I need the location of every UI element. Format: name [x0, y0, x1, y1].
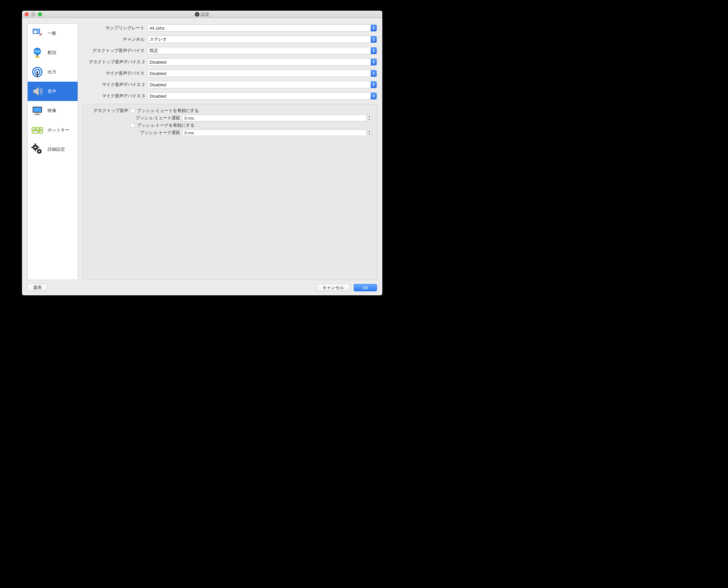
select-channels[interactable]: ステレオ — [147, 36, 377, 43]
select-mic-audio[interactable]: Disabled — [147, 70, 377, 77]
select-desktop-audio-2[interactable]: Disabled — [147, 58, 377, 66]
chevron-updown-icon — [371, 59, 377, 65]
window-controls — [22, 12, 42, 16]
group-desktop-audio: デスクトップ音声 プッシュ-ミュートを有効にする プッシュ-ミュート遅延 0 m… — [83, 104, 377, 280]
sidebar-item-label: 映像 — [48, 108, 56, 114]
label-desktop-audio-2: デスクトップ音声デバイス 2 — [83, 59, 145, 65]
chevron-updown-icon — [371, 93, 377, 99]
settings-sidebar: 一般 配信 — [27, 23, 78, 280]
spin-value: 0 ms — [184, 115, 194, 121]
svg-point-22 — [39, 151, 40, 152]
close-icon[interactable] — [25, 12, 29, 16]
label-push-talk: プッシュ-トークを有効にする — [137, 122, 195, 128]
sidebar-item-output[interactable]: 出力 — [28, 62, 78, 82]
sidebar-item-label: 配信 — [48, 50, 56, 56]
svg-rect-18 — [39, 131, 43, 133]
chevron-updown-icon — [371, 81, 377, 88]
chevron-updown-icon — [371, 36, 377, 43]
row-desktop-audio: デスクトップ音声デバイス 既定 — [83, 46, 377, 55]
dialog-body: 一般 配信 — [22, 18, 382, 280]
sidebar-item-label: ホットキー — [48, 127, 69, 133]
select-sample-rate[interactable]: 44.1khz — [147, 24, 377, 31]
sidebar-item-audio[interactable]: 音声 — [28, 82, 78, 101]
svg-rect-15 — [36, 127, 39, 130]
checkbox-push-talk[interactable] — [130, 123, 135, 128]
label-push-mute-delay: プッシュ-ミュート遅延 — [86, 115, 180, 121]
settings-content: サンプリングレート 44.1khz チャンネル ステレオ デスクトップ音声デバイ… — [83, 23, 377, 280]
svg-rect-13 — [34, 114, 41, 115]
select-desktop-audio[interactable]: 既定 — [147, 47, 377, 54]
label-desktop-audio: デスクトップ音声デバイス — [83, 48, 145, 54]
select-value: Disabled — [150, 82, 167, 87]
group-title: デスクトップ音声 — [86, 108, 128, 114]
select-value: ステレオ — [150, 36, 167, 42]
keyboard-icon — [30, 123, 44, 137]
sidebar-item-label: 音声 — [48, 88, 56, 94]
row-mic-audio: マイク音声デバイス Disabled — [83, 69, 377, 78]
select-mic-audio-3[interactable]: Disabled — [147, 92, 377, 100]
window-title: 設定 — [22, 11, 382, 17]
label-mic-audio-3: マイク音声デバイス 3 — [83, 93, 145, 99]
svg-rect-11 — [33, 107, 41, 112]
row-push-mute-delay: プッシュ-ミュート遅延 0 ms — [86, 114, 374, 122]
speaker-icon — [30, 84, 44, 98]
select-value: 既定 — [150, 48, 158, 54]
button-label: キャンセル — [323, 285, 344, 291]
window-title-text: 設定 — [201, 11, 209, 17]
svg-rect-12 — [35, 113, 39, 114]
select-mic-audio-2[interactable]: Disabled — [147, 81, 377, 88]
row-desktop-audio-2: デスクトップ音声デバイス 2 Disabled — [83, 57, 377, 67]
select-value: Disabled — [150, 94, 167, 99]
label-mic-audio-2: マイク音声デバイス 2 — [83, 82, 145, 88]
sidebar-item-general[interactable]: 一般 — [28, 24, 78, 43]
label-channels: チャンネル — [83, 36, 145, 42]
dialog-footer: 適用 キャンセル OK — [22, 280, 382, 295]
svg-rect-5 — [37, 55, 38, 57]
label-sample-rate: サンプリングレート — [83, 25, 145, 31]
minimize-icon[interactable] — [31, 12, 35, 16]
select-value: 44.1khz — [150, 26, 165, 31]
sidebar-item-video[interactable]: 映像 — [28, 101, 78, 120]
sidebar-item-label: 出力 — [48, 69, 56, 75]
checkbox-push-mute[interactable] — [130, 108, 135, 113]
antenna-icon — [30, 65, 44, 79]
spin-value: 0 ms — [184, 130, 194, 135]
stepper-icon[interactable] — [367, 129, 372, 136]
row-sample-rate: サンプリングレート 44.1khz — [83, 23, 377, 33]
apply-button[interactable]: 適用 — [27, 284, 47, 291]
chevron-updown-icon — [371, 47, 377, 54]
row-mic-audio-3: マイク音声デバイス 3 Disabled — [83, 91, 377, 101]
label-push-talk-delay: プッシュ-トーク遅延 — [86, 130, 180, 136]
svg-rect-6 — [35, 57, 40, 58]
sidebar-item-label: 詳細設定 — [48, 146, 65, 152]
sidebar-item-hotkeys[interactable]: ホットキー — [28, 120, 78, 140]
row-push-mute-enable: デスクトップ音声 プッシュ-ミュートを有効にする — [86, 107, 374, 114]
globe-icon — [30, 46, 44, 60]
label-mic-audio: マイク音声デバイス — [83, 70, 145, 76]
spin-push-mute-delay[interactable]: 0 ms — [182, 115, 367, 121]
row-push-talk-enable: プッシュ-トークを有効にする — [86, 122, 374, 129]
row-push-talk-delay: プッシュ-トーク遅延 0 ms — [86, 129, 374, 136]
app-icon — [195, 12, 199, 17]
footer-right: キャンセル OK — [317, 284, 377, 291]
select-value: Disabled — [150, 60, 167, 65]
monitor-icon — [30, 104, 44, 118]
ok-button[interactable]: OK — [354, 284, 377, 291]
chevron-updown-icon — [371, 25, 377, 31]
cancel-button[interactable]: キャンセル — [317, 284, 350, 291]
stepper-icon[interactable] — [367, 115, 372, 121]
row-channels: チャンネル ステレオ — [83, 35, 377, 44]
label-push-mute: プッシュ-ミュートを有効にする — [137, 108, 199, 114]
chevron-updown-icon — [371, 70, 377, 77]
wrench-icon — [30, 26, 44, 40]
svg-rect-14 — [32, 127, 35, 130]
svg-rect-17 — [32, 131, 39, 133]
sidebar-item-advanced[interactable]: 詳細設定 — [28, 140, 78, 159]
zoom-icon[interactable] — [38, 12, 42, 16]
sidebar-item-stream[interactable]: 配信 — [28, 43, 78, 62]
row-mic-audio-2: マイク音声デバイス 2 Disabled — [83, 80, 377, 89]
button-label: 適用 — [33, 285, 42, 291]
spin-push-talk-delay[interactable]: 0 ms — [182, 129, 367, 136]
select-value: Disabled — [150, 71, 167, 76]
svg-point-20 — [34, 146, 36, 148]
